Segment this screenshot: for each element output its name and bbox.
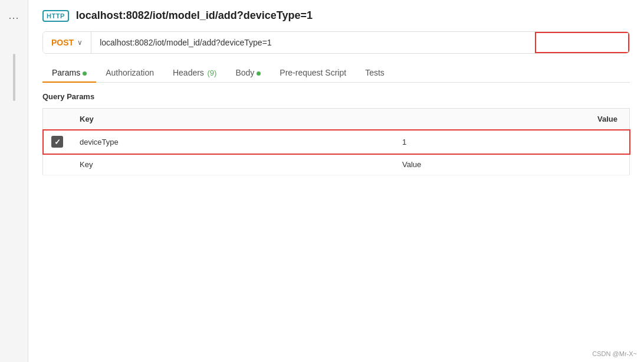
table-row: ✓ deviceType 1 xyxy=(43,130,630,154)
title-url: localhost:8082/iot/model_id/add?deviceTy… xyxy=(76,9,313,22)
section-title: Query Params xyxy=(42,92,630,101)
method-select[interactable]: POST ∨ xyxy=(43,32,91,53)
placeholder-value-cell[interactable]: Value xyxy=(394,154,629,175)
tab-prerequest-label: Pre-request Script xyxy=(280,68,346,77)
tab-headers-label: Headers xyxy=(173,68,204,77)
tab-params[interactable]: Params xyxy=(42,63,96,82)
row-key-cell[interactable]: deviceType xyxy=(71,130,394,154)
tab-tests-label: Tests xyxy=(365,68,385,77)
headers-badge: (9) xyxy=(205,69,217,77)
table-row-placeholder: Key Value xyxy=(43,154,630,175)
watermark: CSDN @Mr-X~ xyxy=(592,350,637,357)
placeholder-key-cell[interactable]: Key xyxy=(71,154,394,175)
col-value-header: Value xyxy=(394,109,629,130)
url-input[interactable] xyxy=(91,32,629,53)
tab-body-label: Body xyxy=(235,68,254,77)
params-dot xyxy=(83,71,87,76)
col-checkbox xyxy=(43,109,72,130)
main-content: HTTP localhost:8082/iot/model_id/add?dev… xyxy=(28,0,644,362)
row-checkbox[interactable]: ✓ xyxy=(51,136,63,148)
tab-body[interactable]: Body xyxy=(226,63,270,82)
title-bar: HTTP localhost:8082/iot/model_id/add?dev… xyxy=(42,9,630,22)
params-table: Key Value ✓ deviceType 1 Key Value xyxy=(42,108,630,175)
tab-authorization[interactable]: Authorization xyxy=(96,63,163,82)
tab-tests[interactable]: Tests xyxy=(356,63,394,82)
tab-prerequest[interactable]: Pre-request Script xyxy=(270,63,356,82)
url-bar: POST ∨ xyxy=(42,31,630,54)
tab-authorization-label: Authorization xyxy=(106,68,154,77)
col-key-header: Key xyxy=(71,109,394,130)
chevron-down-icon: ∨ xyxy=(77,38,83,47)
placeholder-checkbox-cell xyxy=(43,154,72,175)
row-checkbox-cell: ✓ xyxy=(43,130,72,154)
url-input-wrapper xyxy=(91,32,629,53)
sidebar-scrollbar[interactable] xyxy=(13,54,15,101)
http-badge: HTTP xyxy=(42,10,69,22)
method-label: POST xyxy=(51,38,74,47)
tab-headers[interactable]: Headers (9) xyxy=(163,63,226,82)
sidebar-dots: ··· xyxy=(8,12,19,24)
row-value-cell[interactable]: 1 xyxy=(394,130,629,154)
sidebar: ··· xyxy=(0,0,28,362)
tab-params-label: Params xyxy=(52,68,80,77)
tabs-bar: Params Authorization Headers (9) Body Pr… xyxy=(42,63,630,83)
table-header: Key Value xyxy=(43,109,630,130)
check-mark-icon: ✓ xyxy=(54,138,61,146)
body-dot xyxy=(257,71,261,76)
